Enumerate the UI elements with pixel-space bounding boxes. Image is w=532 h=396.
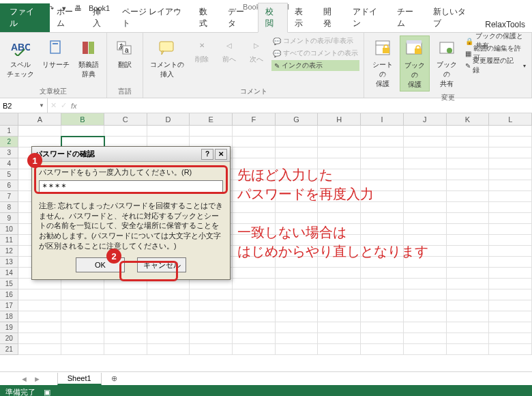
row-header[interactable]: 10	[0, 224, 18, 235]
col-header[interactable]: F	[233, 113, 276, 126]
cell[interactable]	[447, 213, 490, 224]
cell[interactable]	[147, 311, 190, 322]
cell[interactable]	[361, 137, 404, 147]
row-header[interactable]: 13	[0, 257, 18, 268]
cell[interactable]	[404, 158, 447, 169]
row-header[interactable]: 1	[0, 126, 18, 137]
cell[interactable]	[447, 224, 490, 235]
cell[interactable]	[276, 147, 319, 158]
tab-pagelayout[interactable]: ページ レイアウト	[115, 3, 192, 32]
cell[interactable]	[147, 344, 190, 355]
cell[interactable]	[276, 268, 319, 279]
row-header[interactable]: 12	[0, 246, 18, 257]
tab-addins[interactable]: アドイン	[346, 3, 390, 32]
cell[interactable]	[276, 333, 319, 344]
tab-home[interactable]: ホーム	[50, 3, 87, 32]
cell[interactable]	[447, 311, 490, 322]
cell[interactable]	[233, 268, 276, 279]
protect-sheet-button[interactable]: シートの 保護	[368, 36, 397, 91]
col-header[interactable]: B	[61, 113, 104, 126]
cell[interactable]	[276, 126, 319, 137]
cell[interactable]	[104, 322, 147, 333]
cell[interactable]	[489, 224, 532, 235]
spellcheck-button[interactable]: ABC スペル チェック	[4, 36, 37, 85]
cell[interactable]	[147, 322, 190, 333]
cell[interactable]	[233, 289, 276, 300]
cell[interactable]	[190, 311, 233, 322]
namebox-dropdown-icon[interactable]: ▼	[39, 102, 44, 109]
col-header[interactable]: G	[276, 113, 319, 126]
share-workbook-button[interactable]: ブックの 共有	[432, 36, 461, 91]
cell[interactable]	[61, 300, 104, 311]
cell[interactable]	[318, 126, 361, 137]
cell[interactable]	[361, 147, 404, 158]
cell[interactable]	[489, 344, 532, 355]
cell[interactable]	[447, 137, 490, 147]
cell[interactable]	[447, 268, 490, 279]
dialog-titlebar[interactable]: パスワードの確認 ? ✕	[32, 147, 230, 162]
cell[interactable]	[61, 311, 104, 322]
cell[interactable]	[489, 333, 532, 344]
show-all-comments[interactable]: 💬すべてのコメントの表示	[271, 48, 359, 59]
row-header[interactable]: 6	[0, 180, 18, 191]
cell[interactable]	[318, 300, 361, 311]
cell[interactable]	[404, 147, 447, 158]
track-changes[interactable]: ✎変更履歴の記録▾	[464, 60, 527, 71]
cell[interactable]	[404, 126, 447, 137]
row-header[interactable]: 5	[0, 169, 18, 180]
cell[interactable]	[233, 344, 276, 355]
tab-team[interactable]: チーム	[390, 3, 427, 32]
col-header[interactable]: I	[361, 113, 404, 126]
cell[interactable]	[361, 344, 404, 355]
cell[interactable]	[361, 169, 404, 180]
cell[interactable]	[404, 169, 447, 180]
tab-review[interactable]: 校閲	[258, 3, 288, 33]
cell[interactable]	[404, 268, 447, 279]
dialog-help-button[interactable]: ?	[201, 149, 213, 160]
row-header[interactable]: 11	[0, 235, 18, 246]
cell[interactable]	[104, 311, 147, 322]
row-header[interactable]: 2	[0, 137, 18, 147]
cell[interactable]	[489, 289, 532, 300]
row-header[interactable]: 7	[0, 191, 18, 202]
row-header[interactable]: 18	[0, 311, 18, 322]
tab-developer[interactable]: 開発	[316, 3, 345, 32]
row-header[interactable]: 20	[0, 333, 18, 344]
cell[interactable]	[190, 300, 233, 311]
cell[interactable]	[447, 289, 490, 300]
cell[interactable]	[489, 268, 532, 279]
cell[interactable]	[489, 202, 532, 213]
cell[interactable]	[233, 126, 276, 137]
row-header[interactable]: 14	[0, 268, 18, 279]
cell[interactable]	[404, 180, 447, 191]
row-header[interactable]: 21	[0, 344, 18, 355]
prev-comment-button[interactable]: ◁ 前へ	[217, 36, 241, 85]
password-input[interactable]	[39, 180, 223, 194]
cell[interactable]	[104, 344, 147, 355]
cell[interactable]	[318, 289, 361, 300]
cell[interactable]	[276, 300, 319, 311]
tab-insert[interactable]: 挿入	[86, 3, 115, 32]
cell[interactable]	[147, 289, 190, 300]
dialog-close-button[interactable]: ✕	[215, 149, 227, 160]
row-header[interactable]: 9	[0, 213, 18, 224]
cell[interactable]	[489, 126, 532, 137]
cell[interactable]	[361, 268, 404, 279]
cell[interactable]	[233, 300, 276, 311]
cell[interactable]	[233, 322, 276, 333]
fx-icon[interactable]: fx	[71, 102, 77, 110]
cell[interactable]	[447, 126, 490, 137]
cell[interactable]	[190, 289, 233, 300]
cell[interactable]	[233, 147, 276, 158]
cell[interactable]	[447, 246, 490, 257]
row-header[interactable]: 19	[0, 322, 18, 333]
cell[interactable]	[361, 300, 404, 311]
row-header[interactable]: 16	[0, 289, 18, 300]
cell[interactable]	[147, 300, 190, 311]
cell[interactable]	[489, 311, 532, 322]
formula-input[interactable]	[81, 100, 529, 111]
cell[interactable]	[276, 322, 319, 333]
cell[interactable]	[276, 279, 319, 289]
cell[interactable]	[489, 235, 532, 246]
cell[interactable]	[447, 344, 490, 355]
